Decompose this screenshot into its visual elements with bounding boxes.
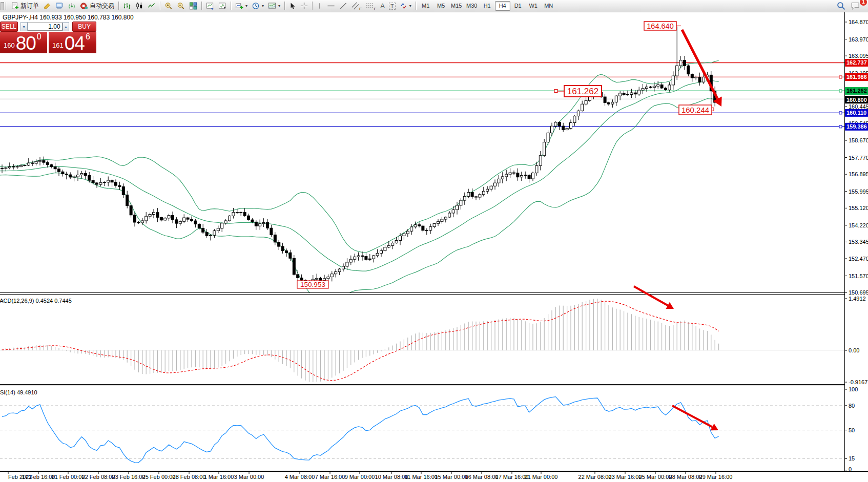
date-tick: 29 Mar 16:00 bbox=[699, 474, 733, 480]
text-tool[interactable]: A bbox=[378, 1, 387, 11]
trendline-tool[interactable] bbox=[337, 1, 349, 11]
zoom-out-button[interactable] bbox=[175, 1, 187, 11]
template-button[interactable]: ▾ bbox=[266, 1, 282, 11]
price-tick: 151.570 bbox=[849, 273, 868, 279]
date-tick: 1 Mar 16:00 bbox=[204, 474, 234, 480]
buy-price-sup: 6 bbox=[86, 32, 90, 41]
auto-trading-button[interactable]: 自动交易 bbox=[78, 1, 116, 11]
price-label: 162.737 bbox=[846, 59, 867, 66]
channel-tool[interactable]: E bbox=[349, 1, 364, 11]
price-tick: 164.870 bbox=[849, 19, 868, 25]
date-tick: 23 Mar 16:00 bbox=[609, 474, 642, 480]
new-order-button[interactable]: 新订单 bbox=[9, 1, 41, 11]
date-tick: 25 Feb 00:00 bbox=[142, 474, 176, 480]
chart-area[interactable]: 164.870163.970163.095162.195160.445159.5… bbox=[0, 0, 868, 482]
tf-m15[interactable]: M15 bbox=[449, 1, 464, 11]
date-tick: 25 Mar 00:00 bbox=[639, 474, 672, 480]
trend-arrow bbox=[634, 286, 668, 305]
new-chart-button[interactable] bbox=[204, 1, 216, 11]
text-label-tool[interactable]: T bbox=[387, 1, 398, 11]
separator bbox=[231, 2, 231, 10]
broadcast-button[interactable] bbox=[66, 1, 78, 11]
new-order-label: 新订单 bbox=[20, 2, 39, 10]
tf-m30[interactable]: M30 bbox=[464, 1, 480, 11]
price-tick: 154.220 bbox=[849, 222, 868, 228]
price-label: 161.986 bbox=[846, 74, 867, 80]
date-tick: 21 Mar 00:00 bbox=[525, 474, 558, 480]
macd-tick: 0.00 bbox=[849, 347, 859, 353]
one-click-trading-panel: SELL ▼ ▲ BUY 160 80 0 161 04 6 bbox=[0, 22, 96, 53]
rsi-tick: 80 bbox=[849, 403, 855, 409]
buy-price-display[interactable]: 161 04 6 bbox=[49, 32, 96, 53]
buy-price-prefix: 161 bbox=[52, 41, 64, 49]
zoom-in-icon bbox=[164, 2, 173, 10]
arrows-tool[interactable]: ▾ bbox=[398, 1, 414, 11]
toolbar-grip bbox=[6, 2, 8, 10]
date-tick: 10 Mar 08:00 bbox=[375, 474, 408, 480]
marker-tool-button[interactable] bbox=[41, 1, 53, 11]
profile-chart-button[interactable] bbox=[216, 1, 229, 11]
date-tick: 9 Mar 00:00 bbox=[345, 474, 375, 480]
bar-chart-button[interactable] bbox=[121, 1, 133, 11]
chevron-down-icon: ▾ bbox=[278, 4, 280, 8]
cursor-icon bbox=[289, 2, 296, 10]
volume-decrease-button[interactable]: ▼ bbox=[20, 22, 28, 31]
tf-m5[interactable]: M5 bbox=[433, 1, 449, 11]
tf-h4[interactable]: H4 bbox=[495, 1, 510, 11]
macd-tick: 1.4912 bbox=[849, 296, 866, 302]
candlestick-chart-button[interactable] bbox=[133, 1, 146, 11]
date-tick: 17 Mar 16:00 bbox=[495, 474, 529, 480]
axes: 164.870163.970163.095162.195160.445159.5… bbox=[0, 12, 868, 472]
price-label: 160.110 bbox=[846, 110, 866, 116]
price-tick: 163.095 bbox=[849, 53, 868, 59]
separator bbox=[284, 2, 285, 10]
price-tick: 160.445 bbox=[849, 103, 868, 110]
tf-mn[interactable]: MN bbox=[541, 1, 556, 11]
vertical-line-icon bbox=[317, 2, 323, 10]
price-callout-text: 160.244 bbox=[681, 106, 709, 114]
sell-price-display[interactable]: 160 80 0 bbox=[0, 32, 47, 53]
add-indicator-button[interactable]: ▾ bbox=[233, 1, 250, 11]
trendline-icon bbox=[339, 2, 347, 10]
crosshair-tool-button[interactable] bbox=[298, 1, 310, 11]
search-icon[interactable] bbox=[837, 2, 845, 10]
vertical-line-tool[interactable] bbox=[315, 1, 325, 11]
date-tick: 16 Mar 08:00 bbox=[465, 474, 499, 480]
shapes-icon bbox=[400, 2, 407, 10]
tf-h1[interactable]: H1 bbox=[480, 1, 495, 11]
tf-w1[interactable]: W1 bbox=[526, 1, 541, 11]
date-tick: 7 Mar 16:00 bbox=[315, 474, 345, 480]
sell-button[interactable]: SELL bbox=[0, 22, 18, 32]
tile-windows-button[interactable] bbox=[187, 1, 199, 11]
ohlc-bars-icon bbox=[123, 2, 131, 10]
cursor-tool-button[interactable] bbox=[287, 1, 298, 11]
period-button[interactable]: ▾ bbox=[250, 1, 266, 11]
horizontal-line-objects[interactable] bbox=[0, 62, 844, 127]
line-chart-button[interactable] bbox=[146, 1, 158, 11]
zoom-in-button[interactable] bbox=[162, 1, 175, 11]
fibonacci-tool[interactable]: F bbox=[364, 1, 378, 11]
chat-icon[interactable] bbox=[851, 2, 861, 10]
chevron-down-icon: ▾ bbox=[409, 4, 411, 8]
price-callout-text: 164.640 bbox=[647, 22, 673, 30]
buy-button[interactable]: BUY bbox=[72, 22, 96, 32]
price-tick: 157.770 bbox=[849, 155, 868, 161]
rsi-tick: 15 bbox=[849, 455, 855, 462]
separator bbox=[160, 2, 160, 10]
terminal-window-button[interactable] bbox=[53, 1, 66, 11]
chevron-down-icon: ▾ bbox=[262, 4, 264, 8]
highlighter-icon bbox=[43, 2, 51, 10]
template-icon bbox=[268, 2, 276, 10]
macd-indicator bbox=[0, 299, 844, 382]
tf-d1[interactable]: D1 bbox=[510, 1, 526, 11]
sell-price-big: 80 bbox=[16, 36, 36, 51]
tf-m1[interactable]: M1 bbox=[418, 1, 433, 11]
sell-price-prefix: 160 bbox=[4, 41, 15, 49]
date-tick: 17 Feb 16:00 bbox=[22, 474, 55, 480]
text-label-icon: T bbox=[389, 3, 396, 10]
date-tick: 22 Mar 08:00 bbox=[578, 474, 612, 480]
separator bbox=[118, 2, 119, 10]
horizontal-line-tool[interactable] bbox=[325, 1, 337, 11]
volume-increase-button[interactable]: ▲ bbox=[63, 22, 70, 31]
volume-input[interactable] bbox=[28, 23, 63, 31]
